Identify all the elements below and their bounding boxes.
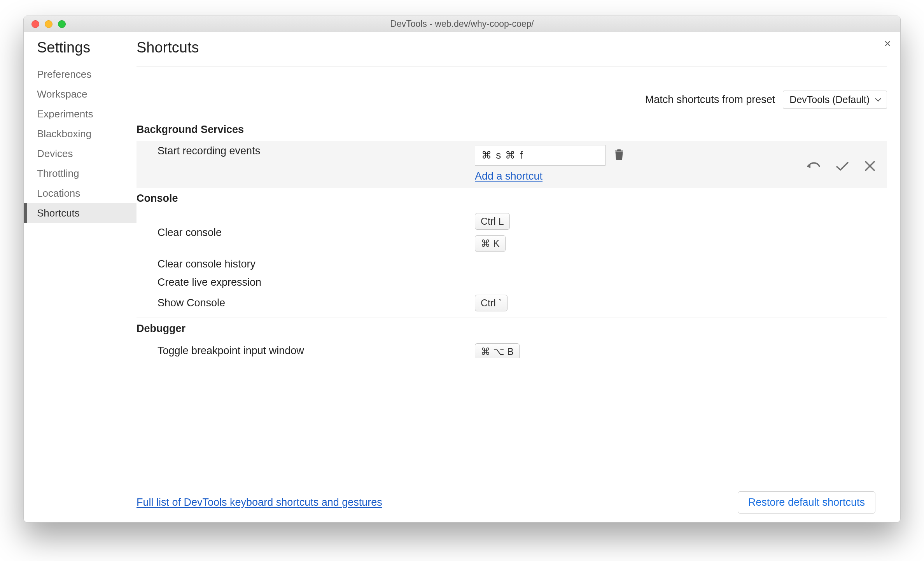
minimize-window-button[interactable] [45,20,52,28]
shortcut-label: Create live expression [136,276,475,288]
section-header: Console [136,188,887,210]
sidebar-item-throttling[interactable]: Throttling [24,164,136,183]
sidebar-item-workspace[interactable]: Workspace [24,84,136,104]
titlebar: DevTools - web.dev/why-coop-coep/ [24,16,900,32]
shortcut-input[interactable] [475,145,606,166]
key-chip: ⌘ K [475,235,506,252]
section-header: Background Services [136,119,887,141]
main: Shortcuts Match shortcuts from preset De… [136,32,900,522]
undo-icon[interactable] [806,161,820,171]
close-settings-button[interactable]: × [884,38,891,49]
preset-row: Match shortcuts from preset DevTools (De… [136,66,887,119]
shortcut-keys: Ctrl ` [475,295,508,311]
full-list-link[interactable]: Full list of DevTools keyboard shortcuts… [136,496,382,508]
sidebar-item-preferences[interactable]: Preferences [24,65,136,84]
key-chip: ⌘ ⌥ B [475,343,520,358]
window-title: DevTools - web.dev/why-coop-coep/ [24,19,900,29]
close-window-button[interactable] [32,20,39,28]
sidebar-item-blackboxing[interactable]: Blackboxing [24,124,136,144]
shortcut-keys: ⌘ ⌥ B [475,343,520,358]
edit-fields: Add a shortcut [475,145,624,182]
shortcut-list: Background Services Start recording even… [136,119,887,484]
confirm-icon[interactable] [836,161,849,171]
footer: Full list of DevTools keyboard shortcuts… [136,484,887,522]
shortcut-label: Toggle breakpoint input window [136,345,475,357]
section-header: Debugger [136,318,887,340]
sidebar-item-shortcuts[interactable]: Shortcuts [24,203,136,223]
preset-label: Match shortcuts from preset [645,94,775,106]
shortcut-row-editing: Start recording events Add a shortcut [136,141,887,188]
restore-defaults-button[interactable]: Restore default shortcuts [738,491,875,514]
edit-actions [806,145,879,171]
sidebar-item-locations[interactable]: Locations [24,183,136,203]
shortcut-label: Clear console [136,227,475,239]
shortcut-label: Show Console [136,297,475,309]
key-chip: Ctrl ` [475,295,508,311]
shortcut-row[interactable]: Clear console history [136,255,887,273]
window: DevTools - web.dev/why-coop-coep/ × Sett… [23,16,901,522]
shortcut-row[interactable]: Create live expression [136,273,887,292]
preset-value: DevTools (Default) [789,94,870,105]
page-heading: Shortcuts [136,39,887,66]
shortcut-label: Start recording events [136,145,475,157]
traffic-lights [24,20,66,28]
shortcut-keys: Ctrl L ⌘ K [475,213,510,252]
caret-down-icon [875,98,881,102]
key-chip: Ctrl L [475,213,510,230]
cancel-icon[interactable] [864,161,875,171]
sidebar-heading: Settings [24,39,136,65]
add-shortcut-link[interactable]: Add a shortcut [475,170,542,182]
shortcut-row[interactable]: Show Console Ctrl ` [136,292,887,314]
zoom-window-button[interactable] [58,20,66,28]
sidebar-item-devices[interactable]: Devices [24,144,136,164]
shortcut-row[interactable]: Toggle breakpoint input window ⌘ ⌥ B [136,340,887,358]
sidebar-item-experiments[interactable]: Experiments [24,104,136,124]
content: × Settings Preferences Workspace Experim… [24,32,900,522]
shortcut-label: Clear console history [136,258,475,270]
preset-select[interactable]: DevTools (Default) [783,91,887,109]
trash-icon[interactable] [614,148,624,160]
shortcut-row[interactable]: Clear console Ctrl L ⌘ K [136,210,887,255]
sidebar: Settings Preferences Workspace Experimen… [24,32,136,522]
